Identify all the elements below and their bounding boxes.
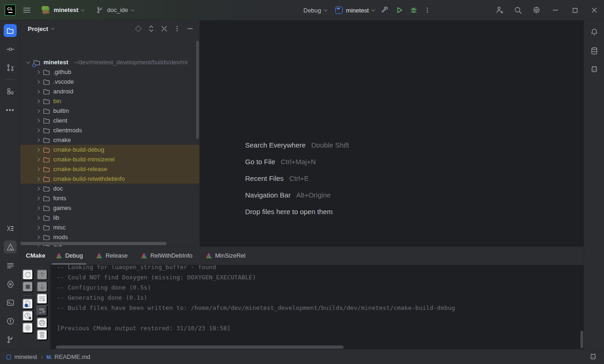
run-mode-select[interactable]: Debug: [300, 3, 331, 17]
problems-tool-button[interactable]: [4, 315, 17, 327]
expand-all-icon[interactable]: [146, 23, 157, 34]
chevron-right-icon[interactable]: [36, 118, 40, 122]
tree-row[interactable]: fonts: [20, 193, 200, 203]
cache-clock-icon[interactable]: [22, 310, 33, 321]
clear-all-trash-icon[interactable]: [37, 329, 48, 340]
chevron-right-icon[interactable]: [36, 157, 40, 161]
run-icon[interactable]: [393, 4, 406, 17]
scroll-to-end-icon[interactable]: [37, 305, 48, 316]
chevron-right-icon[interactable]: [36, 148, 40, 151]
close-button[interactable]: [587, 3, 601, 17]
git-tool-button[interactable]: [4, 333, 17, 346]
build-hammer-icon[interactable]: [379, 4, 392, 17]
project-vertical-scrollbar[interactable]: [196, 41, 199, 139]
project-tool-button[interactable]: [4, 24, 17, 37]
chevron-right-icon[interactable]: [36, 206, 40, 210]
structure-tool-button[interactable]: [4, 85, 17, 98]
tree-row[interactable]: android: [20, 86, 200, 96]
tree-row[interactable]: cmake-build-minsizerel: [20, 154, 200, 164]
cmake-cache-file-icon[interactable]: [22, 298, 33, 309]
branch-widget[interactable]: doc_ide: [92, 3, 138, 17]
tree-row-label: lib: [53, 214, 59, 221]
code-with-me-user-add-icon[interactable]: [493, 4, 506, 17]
console-settings-gear-icon[interactable]: [22, 322, 33, 333]
tree-row[interactable]: .vscode: [20, 77, 200, 86]
pull-requests-tool-button[interactable]: [4, 61, 17, 74]
tree-row[interactable]: cmake-build-debug: [20, 145, 200, 154]
search-icon[interactable]: [512, 4, 524, 17]
run-target-select[interactable]: minetest: [332, 3, 378, 17]
breadcrumb-project[interactable]: minetest: [14, 353, 37, 360]
settings-gear-icon[interactable]: [530, 4, 543, 17]
services-tool-button[interactable]: [4, 278, 17, 290]
chevron-right-icon[interactable]: [36, 167, 40, 171]
shortcut-hint: Search Everywhere Double Shift: [245, 141, 349, 158]
more-actions-kebab-icon[interactable]: [421, 4, 434, 17]
chevron-right-icon[interactable]: [36, 216, 40, 219]
tree-root-row[interactable]: minetest ~/dev/minetest_development/buil…: [20, 57, 200, 67]
tree-row[interactable]: cmake-build-relwithdebinfo: [20, 174, 200, 184]
gradle-tool-button[interactable]: [588, 63, 601, 76]
tree-row[interactable]: games: [20, 203, 200, 213]
tree-row[interactable]: cmake-build-release: [20, 164, 200, 174]
print-icon[interactable]: [37, 317, 48, 328]
notifications-bell-icon[interactable]: [588, 26, 601, 39]
tree-row[interactable]: clientmods: [20, 125, 200, 135]
database-tool-button[interactable]: [588, 44, 601, 57]
terminal-tool-button[interactable]: [4, 296, 17, 309]
tree-row[interactable]: mods: [20, 232, 200, 242]
tree-row[interactable]: builtin: [20, 106, 200, 116]
soft-wrap-icon[interactable]: [37, 293, 48, 304]
tree-row[interactable]: bin: [20, 96, 200, 106]
chevron-right-icon[interactable]: [36, 177, 40, 180]
gradle-status-icon[interactable]: [587, 352, 598, 363]
chevron-right-icon[interactable]: [36, 225, 40, 229]
chevron-right-icon[interactable]: [36, 128, 40, 132]
project-widget[interactable]: minetest: [38, 3, 88, 17]
tree-row[interactable]: misc: [20, 222, 200, 232]
chevron-right-icon[interactable]: [36, 186, 40, 190]
maximize-button[interactable]: [568, 3, 582, 17]
cmake-profile-tab[interactable]: MinSizeRel: [199, 247, 252, 265]
reload-cmake-icon[interactable]: [22, 269, 33, 280]
cmake-tool-button[interactable]: [4, 241, 17, 253]
project-horizontal-scrollbar[interactable]: [20, 242, 166, 245]
chevron-down-icon[interactable]: [26, 60, 30, 63]
tree-row[interactable]: client: [20, 116, 200, 125]
locate-file-target-icon[interactable]: [133, 23, 144, 34]
tree-row[interactable]: doc: [20, 184, 200, 193]
toolbar-divider: [24, 295, 32, 296]
chevron-right-icon[interactable]: [36, 235, 40, 239]
hide-panel-icon[interactable]: [185, 23, 196, 34]
chevron-right-icon[interactable]: [36, 196, 40, 200]
chevron-right-icon[interactable]: [36, 99, 40, 103]
stop-icon[interactable]: [22, 281, 33, 292]
tree-row[interactable]: cmake: [20, 135, 200, 145]
cmake-profile-tab[interactable]: Debug: [49, 247, 89, 265]
chevron-down-icon[interactable]: [51, 26, 55, 30]
cmake-profile-tab[interactable]: Release: [89, 247, 134, 265]
chevron-right-icon[interactable]: [36, 138, 40, 142]
commit-tool-button[interactable]: [4, 43, 17, 56]
more-tools-icon[interactable]: •••: [4, 103, 17, 116]
tree-row[interactable]: lib: [20, 213, 200, 222]
console-horizontal-scrollbar[interactable]: [56, 345, 344, 349]
prev-message-up-icon[interactable]: [37, 269, 48, 280]
minimize-button[interactable]: [549, 3, 562, 17]
console-vertical-scrollbar[interactable]: [580, 331, 583, 348]
chevron-right-icon[interactable]: [36, 109, 40, 112]
hamburger-menu-icon[interactable]: [20, 4, 33, 17]
next-message-down-icon[interactable]: [37, 281, 48, 292]
breadcrumb-file[interactable]: README.md: [55, 353, 90, 360]
chevron-right-icon[interactable]: [36, 80, 40, 83]
cmake-profile-tab[interactable]: RelWithDebInfo: [134, 247, 199, 265]
todo-lines-tool-button[interactable]: [4, 259, 17, 272]
project-root-folder-icon: [33, 59, 41, 66]
tree-row[interactable]: .github: [20, 67, 200, 77]
collapse-all-icon[interactable]: [159, 23, 170, 34]
chevron-right-icon[interactable]: [36, 89, 40, 93]
excel-viewer-tool-button[interactable]: [4, 222, 17, 235]
debug-bug-icon[interactable]: [407, 4, 420, 17]
panel-options-kebab-icon[interactable]: [172, 23, 183, 34]
chevron-right-icon[interactable]: [36, 70, 40, 74]
